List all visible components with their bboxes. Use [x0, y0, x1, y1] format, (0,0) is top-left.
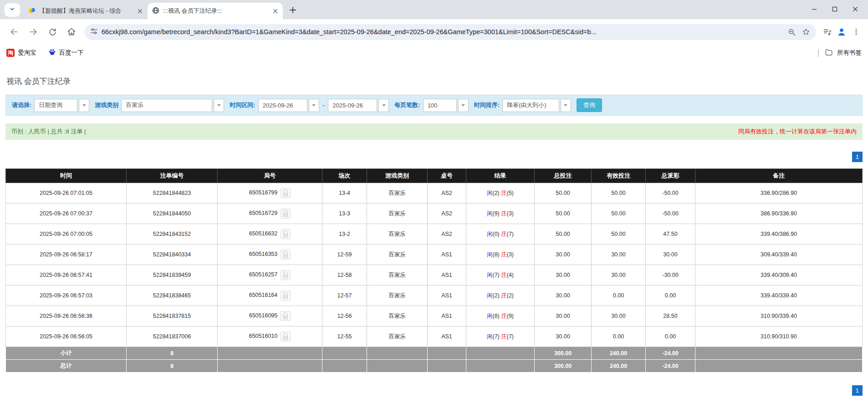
video-replay-icon[interactable]	[281, 188, 291, 198]
footer-empty	[695, 360, 863, 372]
cell-total-bet: 50.00	[535, 224, 592, 245]
date-range-label: 时间区间:	[230, 101, 255, 109]
cell-result: 闲(7) 庄(7)	[466, 326, 535, 347]
page-size-dropdown[interactable]: 100	[423, 99, 457, 112]
home-button[interactable]	[63, 24, 80, 40]
cell-table-no: AS2	[428, 204, 466, 224]
cell-table-no: AS2	[428, 183, 466, 204]
summary-notice: 同局有效投注，统一计算在该局第一张注单内	[738, 128, 857, 136]
table-row: 2025-09-26 07:00:05522841843152650516632…	[6, 224, 863, 245]
dropdown-arrow-icon[interactable]	[378, 99, 389, 112]
video-replay-icon[interactable]	[281, 270, 291, 280]
new-tab-button[interactable]	[286, 4, 299, 16]
cell-note: 310.90/339.40	[695, 306, 863, 326]
banker-points: (7)	[507, 333, 514, 340]
close-tab-icon[interactable]	[136, 7, 144, 15]
date-start-input[interactable]: 2025-09-26	[258, 99, 307, 112]
tab-forum[interactable]: 【新提醒】海燕策略论坛 - 综合	[24, 3, 148, 19]
maximize-button[interactable]	[824, 0, 845, 18]
video-replay-icon[interactable]	[281, 229, 291, 239]
cell-result: 闲(9) 庄(3)	[466, 204, 535, 224]
banker-result: 庄	[501, 292, 507, 299]
profile-avatar[interactable]	[834, 25, 849, 39]
cell-payout: 0.00	[646, 286, 695, 306]
bookmark-star-icon[interactable]	[799, 25, 813, 39]
bookmark-label: 百度一下	[59, 49, 84, 57]
select-mode-dropdown[interactable]: 日期查询	[34, 99, 77, 112]
forward-button[interactable]	[25, 24, 41, 40]
banker-points: (3)	[507, 251, 514, 258]
date-separator: ~	[322, 102, 326, 109]
zoom-icon[interactable]	[784, 25, 799, 39]
page-number-button[interactable]: 1	[852, 385, 863, 396]
sort-label: 时间排序:	[474, 101, 500, 109]
bookmark-baidu[interactable]: 百度一下	[48, 48, 84, 57]
dropdown-arrow-icon[interactable]	[309, 99, 319, 112]
banker-points: (9)	[507, 313, 514, 319]
round-number: 650516729	[249, 210, 278, 216]
close-window-button[interactable]	[845, 0, 865, 18]
subtotal-row: 小计8300.00240.00-24.00	[6, 347, 863, 360]
cell-session: 12-59	[322, 245, 367, 265]
bookmark-label: 爱淘宝	[18, 49, 36, 57]
date-end-input[interactable]: 2025-09-26	[328, 99, 377, 112]
footer-total-bet: 300.00	[535, 360, 592, 372]
video-replay-icon[interactable]	[281, 332, 291, 342]
cell-table-no: AS1	[428, 306, 466, 326]
dropdown-arrow-icon[interactable]	[214, 99, 224, 112]
player-points: (2)	[492, 190, 501, 196]
close-tab-icon[interactable]	[271, 7, 279, 15]
media-controls-icon[interactable]	[820, 25, 834, 39]
sort-dropdown[interactable]: 降幂(由大到小)	[502, 99, 559, 112]
all-bookmarks[interactable]: 所有书签	[818, 48, 862, 58]
cell-payout: 47.50	[646, 224, 695, 245]
footer-empty	[428, 347, 466, 360]
video-replay-icon[interactable]	[281, 311, 291, 321]
column-header: 时间	[6, 169, 127, 183]
video-replay-icon[interactable]	[281, 209, 291, 219]
cell-session: 12-56	[322, 306, 367, 326]
video-replay-icon[interactable]	[281, 250, 291, 260]
url-text[interactable]: 66cxkj98.com/game/betrecord_search/kind3…	[102, 28, 781, 36]
table-row: 2025-09-26 06:56:36522841837815650516095…	[6, 306, 863, 326]
banker-result: 庄	[501, 251, 507, 258]
site-settings-icon[interactable]	[90, 27, 98, 37]
cell-time: 2025-09-26 07:01:05	[6, 183, 127, 204]
page-number-button[interactable]: 1	[852, 152, 863, 162]
cell-result: 闲(2) 庄(5)	[466, 183, 535, 204]
video-replay-icon[interactable]	[281, 291, 291, 301]
address-bar[interactable]: 66cxkj98.com/game/betrecord_search/kind3…	[85, 24, 816, 40]
cell-total-bet: 30.00	[535, 326, 592, 347]
taobao-icon: 淘	[6, 49, 15, 57]
round-number: 650516353	[249, 251, 278, 257]
dropdown-arrow-icon[interactable]	[561, 99, 571, 112]
reload-button[interactable]	[44, 24, 61, 40]
cell-note: 386.90/336.90	[695, 204, 863, 224]
cell-valid-bet: 30.00	[592, 245, 646, 265]
game-type-dropdown[interactable]: 百家乐	[121, 99, 212, 112]
search-button[interactable]: 查询	[577, 98, 602, 112]
menu-kebab-icon[interactable]	[849, 25, 863, 39]
dropdown-arrow-icon[interactable]	[79, 99, 89, 112]
cell-table-no: AS1	[428, 286, 466, 306]
column-header: 总投注	[535, 169, 592, 183]
player-points: (0)	[492, 231, 501, 237]
banker-result: 庄	[501, 210, 507, 217]
footer-count: 8	[127, 347, 218, 360]
player-result: 闲	[487, 210, 493, 217]
player-result: 闲	[487, 272, 493, 278]
bookmark-taobao[interactable]: 淘 爱淘宝	[6, 49, 36, 57]
cell-game-type: 百家乐	[367, 183, 428, 204]
back-button[interactable]	[6, 24, 22, 40]
page-content: 视讯 会员下注纪录 请选择: 日期查询 游戏类别 百家乐 时间区间: 2025-…	[0, 76, 868, 396]
tab-bet-records[interactable]: :::视讯 会员下注纪录:::	[148, 3, 283, 19]
round-number: 650516095	[249, 312, 278, 319]
cell-round: 650516353	[218, 245, 322, 265]
player-points: (8)	[492, 251, 501, 258]
dropdown-arrow-icon[interactable]	[458, 99, 469, 112]
column-header: 游戏类别	[367, 169, 428, 183]
banker-result: 庄	[501, 231, 507, 237]
player-result: 闲	[487, 292, 493, 299]
tab-search-button[interactable]	[5, 3, 20, 17]
minimize-button[interactable]	[804, 0, 824, 18]
